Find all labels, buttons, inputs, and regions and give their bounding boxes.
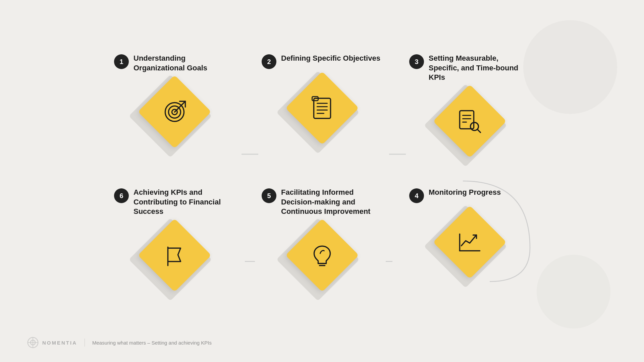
cards-grid: 1 Understanding Organizational Goals 2 [111,54,533,308]
footer-brand-name: NOMENTIA [42,340,77,346]
card-title-4: Monitoring Progress [429,188,501,197]
diamond-2 [285,71,359,144]
deco-circle-top-right [523,20,617,114]
diamond-container-6 [141,222,208,289]
diamond-icon-1 [158,95,191,128]
card-header-4: 4 Monitoring Progress [406,188,504,203]
diamond-1 [138,75,211,148]
card-header-5: 5 Facilitating Informed Decision-making … [258,188,385,217]
card-header-1: 1 Understanding Organizational Goals [111,54,237,73]
card-title-6: Achieving KPIs and Contributing to Finan… [133,188,234,217]
diamond-icon-3 [453,105,486,138]
number-badge-6: 6 [114,188,129,203]
number-badge-5: 5 [262,188,276,203]
diamond-5 [285,219,359,292]
diamond-icon-4 [453,225,486,259]
card-4: 4 Monitoring Progress [406,188,533,308]
diamond-container-1 [141,78,208,145]
card-title-3: Setting Measurable, Specific, and Time-b… [429,54,529,82]
footer: NOMENTIA Measuring what matters – Settin… [27,337,212,349]
diamond-icon-5 [305,239,339,272]
deco-circle-bottom-right [537,255,610,328]
diamond-3 [433,84,506,158]
card-header-6: 6 Achieving KPIs and Contributing to Fin… [111,188,237,217]
diamond-icon-6 [158,239,191,272]
main-container: 1 Understanding Organizational Goals 2 [0,0,644,362]
footer-divider [85,339,85,347]
number-badge-1: 1 [114,54,129,69]
card-3: 3 Setting Measurable, Specific, and Time… [406,54,533,174]
nomentia-logo-icon [27,337,39,349]
card-title-2: Defining Specific Objectives [281,54,380,63]
card-1: 1 Understanding Organizational Goals [111,54,238,174]
card-title-5: Facilitating Informed Decision-making an… [281,188,382,217]
diamond-icon-2 [305,91,339,125]
card-title-1: Understanding Organizational Goals [133,54,234,73]
card-header-2: 2 Defining Specific Objectives [258,54,384,69]
card-6: 6 Achieving KPIs and Contributing to Fin… [111,188,238,308]
number-badge-4: 4 [409,188,424,203]
svg-line-20 [477,129,480,132]
number-badge-2: 2 [262,54,276,69]
diamond-container-5 [288,222,356,289]
diamond-container-3 [436,88,503,155]
card-header-3: 3 Setting Measurable, Specific, and Time… [406,54,533,82]
diamond-container-4 [436,208,503,276]
diamond-6 [138,219,211,292]
diamond-container-2 [288,74,356,141]
svg-rect-15 [460,111,474,129]
footer-tagline: Measuring what matters – Setting and ach… [92,340,212,346]
card-5: 5 Facilitating Informed Decision-making … [258,188,386,308]
footer-logo: NOMENTIA [27,337,77,349]
card-2: 2 Defining Specific Objectives [258,54,386,174]
number-badge-3: 3 [409,54,424,69]
diamond-4 [433,205,506,279]
